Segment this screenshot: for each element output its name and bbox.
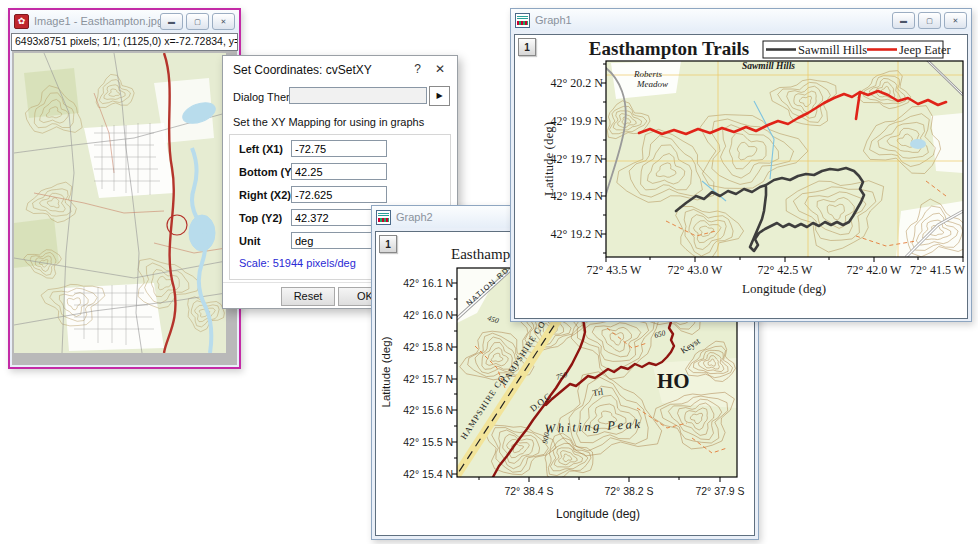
g2-ytick-2: 42° 15.8 N [403,341,453,353]
field-label-right-x2: Right (X2) [239,189,291,201]
field-label-unit: Unit [239,235,260,247]
graph1-title: Graph1 [535,14,892,26]
g2-ytick-1: 42° 16.0 N [403,309,453,321]
close-icon[interactable]: ✕ [944,12,967,29]
image-window-titlebar[interactable]: ✿ Image1 - Easthampton.jpg ▬ ▢ ✕ [10,10,239,32]
reset-button[interactable]: Reset [281,287,335,306]
g2-ylabel: Latitude (deg) [380,336,392,407]
g1-xtick-3: 72° 42.0 W [847,263,903,277]
field-label-left-x1: Left (X1) [239,143,283,155]
g1-ytick-0: 42° 20.2 N [551,76,604,90]
minimize-icon[interactable]: ▬ [160,13,183,30]
desktop: { "glyphs":{"minimize":"▬","maximize":"▢… [0,0,978,544]
legend: Sawmill Hills Jeep Eater [763,41,952,58]
g1-xtick-4: 72° 41.5 W [910,263,966,277]
minimize-icon[interactable]: ▬ [892,12,915,29]
legend-label-sawmill: Sawmill Hills [798,43,867,57]
g2-ytick-3: 42° 15.7 N [403,373,453,385]
theme-flyout-button[interactable]: ▶ [429,86,450,106]
g2-ytick-6: 42° 15.4 N [403,468,453,480]
g2-ytick-5: 42° 15.5 N [403,436,453,448]
graph1-plot: Easthampton Trails Sawmill Hills Jeep Ea… [515,35,967,316]
dialog-title: Set Coordinates: cvSetXY [233,63,372,77]
graph1-chart-title: Easthampton Trails [589,38,749,59]
right-x2-input[interactable] [291,186,387,203]
image-status-bar: 6493x8751 pixels; 1/1; (1125,0) x=-72.72… [11,33,238,51]
g1-ytick-3: 42° 19.4 N [551,189,604,203]
dialog-theme-input[interactable] [289,87,427,104]
image-window-title: Image1 - Easthampton.jpg [34,15,160,27]
graph-icon [515,13,530,28]
graph1-titlebar[interactable]: Graph1 ▬ ▢ ✕ [511,9,971,31]
map-label-sawmill-hills: Sawmill Hills [742,61,795,71]
graph2-page-tab[interactable]: 1 [379,235,397,253]
close-icon[interactable]: ✕ [435,62,445,76]
map-label-town: HO [657,369,690,393]
g1-ytick-1: 42° 19.9 N [551,114,604,128]
dialog-description: Set the XY Mapping for using in graphs [233,116,424,128]
bottom-y1-input[interactable] [291,163,387,180]
field-label-top-y2: Top (Y2) [239,212,282,224]
g2-xtick-2: 72° 37.9 S [695,485,744,497]
g1-xtick-0: 72° 43.5 W [587,263,643,277]
g2-ytick-4: 42° 15.6 N [403,404,453,416]
map-label-roberts-2: Meadow [636,79,668,89]
image-window: ✿ Image1 - Easthampton.jpg ▬ ▢ ✕ 6493x87… [8,8,241,369]
maximize-icon[interactable]: ▢ [918,12,941,29]
close-icon[interactable]: ✕ [212,13,235,30]
g1-xtick-2: 72° 42.5 W [758,263,814,277]
g1-xtick-1: 72° 43.0 W [668,263,724,277]
graph-icon [376,210,391,225]
g1-ytick-4: 42° 19.2 N [551,227,604,241]
graph1-page: 1 Easthampton Trails Sawmill Hills Jeep … [514,34,968,319]
scale-readout: Scale: 51944 pixels/deg [239,257,356,269]
image-canvas[interactable] [12,51,237,365]
topo-map-image [14,53,226,353]
g1-ylabel: Latitude (deg) [541,122,556,196]
graph1-window: Graph1 ▬ ▢ ✕ 1 Easthampton Trails Sawmil… [510,8,972,322]
map-label-trl: Trl [592,387,604,398]
maximize-icon[interactable]: ▢ [186,13,209,30]
legend-label-jeep: Jeep Eater [899,43,952,57]
g2-xlabel: Longitude (deg) [556,507,640,521]
g2-ytick-0: 42° 16.1 N [403,277,453,289]
g1-ytick-2: 42° 19.7 N [551,152,604,166]
image-window-icon: ✿ [14,14,29,29]
g1-xlabel: Longitude (deg) [742,281,826,296]
g2-xtick-1: 72° 38.2 S [604,485,653,497]
left-x1-input[interactable] [291,140,387,157]
help-icon[interactable]: ? [414,62,421,76]
map-label-roberts-1: Roberts [633,69,662,79]
g2-xtick-0: 72° 38.4 S [504,485,553,497]
graph1-page-tab[interactable]: 1 [518,38,536,56]
